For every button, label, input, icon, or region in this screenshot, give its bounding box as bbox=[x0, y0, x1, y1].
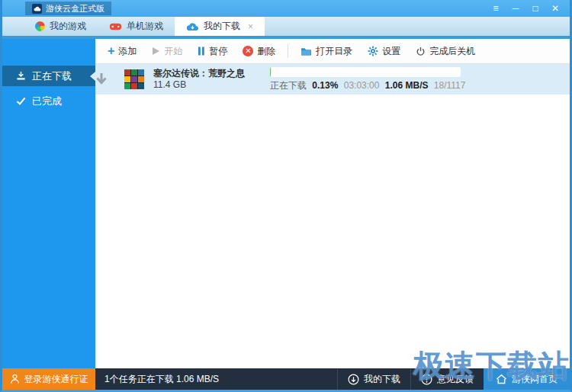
red-gamepad-icon bbox=[109, 22, 122, 31]
sidebar-item-label: 已完成 bbox=[32, 95, 62, 108]
download-row[interactable]: 塞尔达传说：荒野之息 11.4 GB 正在下载 0.13% 03:03:00 1… bbox=[95, 64, 570, 95]
homepage-button[interactable]: 游侠网首页 bbox=[484, 368, 570, 390]
app-title-badge: 游侠云盒正式版 bbox=[25, 2, 111, 15]
gear-icon bbox=[368, 46, 378, 56]
colorful-ball-icon bbox=[35, 21, 45, 31]
status-summary: 1个任务正在下载 1.06 MB/S bbox=[95, 368, 219, 390]
pause-label: 暂停 bbox=[209, 45, 227, 58]
progress-bar bbox=[270, 67, 461, 77]
play-icon bbox=[152, 47, 160, 56]
game-cover-icon bbox=[124, 69, 144, 89]
home-icon bbox=[496, 374, 507, 384]
tab-my-downloads[interactable]: 我的下载 × bbox=[175, 17, 265, 36]
homepage-label: 游侠网首页 bbox=[512, 373, 558, 386]
download-list-empty-area bbox=[95, 95, 570, 368]
tab-label: 我的下载 bbox=[204, 20, 240, 33]
downloading-arrow-icon bbox=[95, 72, 124, 86]
tab-label: 我的游戏 bbox=[50, 20, 86, 33]
download-size: 11.4 GB bbox=[153, 79, 264, 91]
bottom-right-buttons: 我的下载 意见反馈 游侠网首页 bbox=[337, 368, 570, 390]
tab-label: 单机游戏 bbox=[127, 20, 163, 33]
status-time: 03:03:00 bbox=[344, 80, 380, 91]
app-logo-icon bbox=[32, 4, 42, 14]
start-label: 开始 bbox=[164, 45, 182, 58]
download-name: 塞尔达传说：荒野之息 bbox=[153, 68, 264, 79]
window-controls: ≡ ─ □ ✕ bbox=[487, 0, 570, 17]
status-chunks: 18/1117 bbox=[434, 80, 466, 91]
delete-icon: ✕ bbox=[243, 46, 253, 56]
shutdown-label: 完成后关机 bbox=[429, 45, 475, 58]
shutdown-after-button[interactable]: 完成后关机 bbox=[408, 42, 483, 60]
circle-down-icon bbox=[348, 374, 359, 385]
add-task-button[interactable]: + 添加 bbox=[100, 42, 144, 60]
download-info: 塞尔达传说：荒野之息 11.4 GB bbox=[153, 68, 264, 91]
tab-bar: 我的游戏 单机游戏 我的下载 × bbox=[2, 17, 570, 36]
feedback-label: 意见反馈 bbox=[437, 373, 474, 386]
sidebar: 正在下载 已完成 bbox=[2, 39, 95, 368]
status-speed: 1.06 MB/S bbox=[385, 80, 429, 91]
start-button[interactable]: 开始 bbox=[144, 42, 190, 60]
download-progress-block: 正在下载 0.13% 03:03:00 1.06 MB/S 18/1117 bbox=[270, 67, 468, 92]
toolbar-separator bbox=[288, 44, 288, 58]
settings-label: 设置 bbox=[382, 45, 400, 58]
sidebar-item-label: 正在下载 bbox=[32, 69, 72, 83]
sidebar-item-completed[interactable]: 已完成 bbox=[2, 91, 95, 111]
tab-standalone-games[interactable]: 单机游戏 bbox=[98, 17, 175, 36]
feedback-icon bbox=[421, 374, 432, 385]
sidebar-item-downloading[interactable]: 正在下载 bbox=[2, 66, 95, 86]
my-downloads-label: 我的下载 bbox=[364, 373, 400, 386]
delete-button[interactable]: ✕ 删除 bbox=[235, 42, 283, 60]
pause-icon bbox=[198, 47, 205, 56]
plus-icon: + bbox=[108, 46, 114, 56]
feedback-button[interactable]: 意见反馈 bbox=[410, 368, 484, 390]
pause-button[interactable]: 暂停 bbox=[190, 42, 235, 60]
download-status-line: 正在下载 0.13% 03:03:00 1.06 MB/S 18/1117 bbox=[270, 79, 468, 92]
minimize-button[interactable]: ─ bbox=[507, 0, 524, 17]
power-icon bbox=[416, 47, 426, 56]
close-button[interactable]: ✕ bbox=[547, 0, 564, 17]
maximize-button[interactable]: □ bbox=[527, 0, 544, 17]
open-directory-button[interactable]: 打开目录 bbox=[293, 42, 360, 60]
add-label: 添加 bbox=[118, 45, 137, 58]
login-button[interactable]: 登录游侠通行证 bbox=[2, 368, 95, 390]
check-icon bbox=[16, 96, 26, 106]
delete-label: 删除 bbox=[257, 45, 275, 58]
status-percent: 0.13% bbox=[312, 80, 338, 91]
person-icon bbox=[10, 374, 20, 384]
app-title: 游侠云盒正式版 bbox=[46, 3, 104, 14]
bottom-status-bar: 登录游侠通行证 1个任务正在下载 1.06 MB/S 我的下载 意见反馈 游侠网 bbox=[2, 368, 570, 390]
app-window: 游侠云盒正式版 ≡ ─ □ ✕ 我的游戏 单机游戏 我的下载 × bbox=[0, 0, 572, 392]
title-bar: 游侠云盒正式版 ≡ ─ □ ✕ bbox=[2, 0, 570, 17]
status-label: 正在下载 bbox=[270, 80, 307, 91]
my-downloads-button[interactable]: 我的下载 bbox=[337, 368, 410, 390]
open-dir-label: 打开目录 bbox=[316, 45, 352, 58]
menu-icon[interactable]: ≡ bbox=[487, 0, 504, 17]
cloud-download-icon bbox=[186, 22, 199, 31]
tab-my-games[interactable]: 我的游戏 bbox=[24, 17, 98, 36]
folder-icon bbox=[300, 47, 312, 56]
settings-button[interactable]: 设置 bbox=[360, 42, 408, 60]
tab-close-icon[interactable]: × bbox=[248, 21, 253, 32]
login-label: 登录游侠通行证 bbox=[24, 373, 88, 386]
download-toolbar: + 添加 开始 暂停 ✕ 删除 bbox=[95, 39, 570, 64]
content-area: + 添加 开始 暂停 ✕ 删除 bbox=[95, 39, 570, 368]
download-tray-icon bbox=[16, 71, 26, 81]
